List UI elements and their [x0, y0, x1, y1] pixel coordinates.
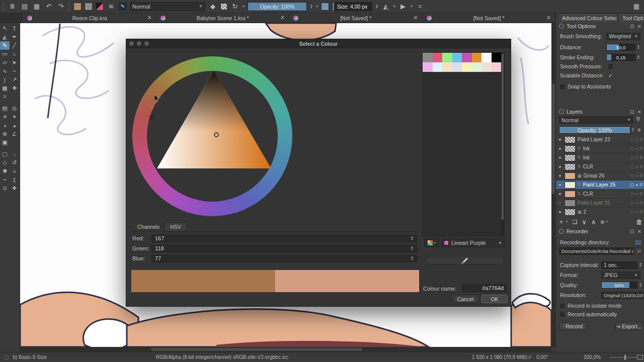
contiguous-select-tool[interactable]: ✱: [0, 167, 10, 175]
alpha-lock-icon[interactable]: α: [635, 201, 638, 205]
polygon-select-tool[interactable]: ◇: [0, 158, 10, 167]
record-automatically-checkbox[interactable]: [560, 312, 565, 317]
red-input[interactable]: 167 ▲▼: [151, 235, 417, 242]
inherit-alpha-icon[interactable]: ↻: [578, 146, 581, 151]
rotate-canvas-icon[interactable]: ↺: [527, 354, 531, 360]
flow-swatch[interactable]: [321, 3, 329, 11]
choose-workspace-button[interactable]: ▦: [632, 2, 641, 11]
palette-swatch-2[interactable]: [442, 53, 452, 62]
redo-button[interactable]: ↷: [56, 2, 65, 11]
reload-preset-button[interactable]: ↻: [230, 2, 239, 11]
enclose-fill-tool[interactable]: ◕: [10, 121, 19, 130]
lock-icon[interactable]: ▢: [630, 155, 634, 160]
alpha-lock-icon[interactable]: α: [635, 210, 638, 214]
distance-spinner[interactable]: ▲▼: [637, 45, 640, 50]
stroke-ending-slider[interactable]: 0,15: [606, 54, 635, 61]
palette-swatch-6[interactable]: [481, 53, 492, 62]
move-layer-down-button[interactable]: ∨: [582, 218, 587, 226]
duplicate-layer-button[interactable]: ❏: [573, 219, 578, 225]
tab-tool-options[interactable]: Tool Opti...: [618, 13, 644, 22]
close-icon[interactable]: ✕: [637, 109, 641, 115]
chevron-down-icon[interactable]: ▾: [316, 4, 318, 9]
layer-style-icon[interactable]: ⚙: [639, 192, 643, 196]
layer-row-1[interactable]: ●↻Ink▢α⚙: [556, 144, 644, 153]
lock-icon[interactable]: ▢: [630, 192, 634, 196]
blending-mode-dropdown[interactable]: Normal ▼: [130, 2, 205, 11]
alpha-lock-icon[interactable]: α: [635, 146, 638, 151]
layer-row-8[interactable]: ●⊞2▢α⚙: [556, 208, 644, 216]
canvas-vertical-scrollbar[interactable]: [551, 23, 555, 347]
opacity-spinner[interactable]: ▲▼: [310, 4, 313, 9]
tab-channels[interactable]: Channels: [132, 223, 165, 231]
text-tool[interactable]: T: [10, 24, 19, 33]
move-tool[interactable]: ✚: [10, 84, 19, 93]
quality-spinner[interactable]: ▲▼: [639, 283, 642, 288]
palette-swatch-15[interactable]: [492, 62, 502, 72]
close-icon[interactable]: ✕: [542, 15, 551, 21]
red-spinner[interactable]: ▲▼: [411, 236, 414, 241]
fg-bg-colors-button[interactable]: [96, 3, 104, 11]
palette-swatch-13[interactable]: [472, 62, 482, 72]
zoom-tool[interactable]: ⊙: [0, 184, 10, 193]
palette-select-dropdown[interactable]: Lineart Purple ▼: [441, 238, 505, 247]
ellipse-select-tool[interactable]: ◌: [10, 150, 19, 158]
chevron-down-icon[interactable]: ▾: [566, 220, 568, 224]
stroke-ending-spinner[interactable]: ▲▼: [637, 55, 640, 60]
eraser-mode-button[interactable]: ◆: [208, 2, 217, 11]
group-folder-icon[interactable]: ⊞: [578, 173, 582, 178]
palette-swatch-4[interactable]: [462, 53, 472, 62]
brush-settings-button[interactable]: ≋: [107, 2, 116, 11]
brush-preset-icon[interactable]: ▢: [4, 354, 9, 360]
select-shapes-tool[interactable]: ↖: [0, 24, 10, 33]
colour-name-input[interactable]: #a7764d: [462, 284, 507, 292]
dialog-title-bar[interactable]: Select a Colour: [126, 39, 511, 48]
float-docker-icon[interactable]: ⊡: [630, 24, 634, 29]
palette-swatch-1[interactable]: [433, 53, 443, 62]
layer-properties-button[interactable]: ≡: [600, 218, 604, 226]
brush-preset-button[interactable]: ✎: [119, 3, 127, 11]
edit-shapes-tool[interactable]: ◭: [0, 33, 10, 41]
layer-visibility-icon[interactable]: ●: [557, 173, 562, 178]
alpha-lock-icon[interactable]: α: [635, 173, 638, 178]
distance-slider[interactable]: 50,0: [606, 44, 635, 51]
toolbar-grip2[interactable]: [68, 2, 70, 11]
transform-tool[interactable]: ▦: [0, 84, 10, 93]
lock-icon[interactable]: ▢: [630, 173, 634, 178]
pattern-tool[interactable]: ✳: [0, 113, 10, 121]
save-document-button[interactable]: ▦: [32, 2, 41, 11]
inherit-alpha-icon[interactable]: ↻: [578, 164, 581, 169]
layer-style-icon[interactable]: ⚙: [639, 164, 643, 169]
pan-tool[interactable]: ❖: [10, 184, 19, 193]
layer-row-0[interactable]: ●Paint Layer 23▢α⚙: [556, 135, 644, 144]
gradient-tool[interactable]: ▤: [0, 104, 10, 113]
add-layer-button[interactable]: ＋: [558, 217, 565, 226]
lock-icon[interactable]: ▢: [630, 137, 634, 142]
layer-style-icon[interactable]: ⚙: [639, 201, 643, 205]
pattern-chooser-button[interactable]: [85, 3, 93, 11]
tab-advanced-colour-selector[interactable]: Advanced Colour Selec...: [558, 13, 617, 22]
zoom-slider[interactable]: [609, 357, 637, 358]
layer-style-icon[interactable]: ⚙: [639, 146, 643, 151]
layer-row-4[interactable]: ●⊞Group 26▢α⚙: [556, 171, 644, 180]
gradient-chooser-button[interactable]: [73, 3, 82, 11]
palette-swatch-5[interactable]: [472, 53, 482, 62]
recordings-path-input[interactable]: Documents/Gole/Krita Recorded Clips: [559, 247, 633, 255]
layer-visibility-icon[interactable]: ●: [557, 210, 562, 214]
measure-tool[interactable]: ∠: [10, 130, 19, 138]
lock-icon[interactable]: ▢: [630, 201, 634, 205]
inherit-alpha-icon[interactable]: ↻: [578, 192, 581, 196]
palette-swatch-7[interactable]: [492, 53, 502, 62]
layer-visibility-icon[interactable]: ●: [557, 164, 562, 169]
mirror-vertical-button[interactable]: ▶: [398, 2, 408, 11]
fit-screen-icon[interactable]: [637, 355, 643, 359]
layer-opacity-spinner[interactable]: ▲▼: [631, 127, 634, 132]
tab-not-saved-1[interactable]: [Not Saved] * ✕: [289, 13, 423, 23]
color-sampler-tool[interactable]: ◎: [10, 104, 19, 113]
palette-swatch-14[interactable]: [481, 62, 492, 72]
layer-style-icon[interactable]: ⚙: [639, 210, 643, 214]
tab-not-saved-2[interactable]: [Not Saved] * ✕: [423, 13, 556, 23]
tab-reece-clip[interactable]: Reece Clip.kra ✕: [23, 13, 156, 23]
inherit-alpha-icon[interactable]: ↻: [578, 155, 581, 160]
ok-button[interactable]: OK: [481, 295, 508, 303]
alpha-lock-icon[interactable]: α: [635, 183, 638, 187]
